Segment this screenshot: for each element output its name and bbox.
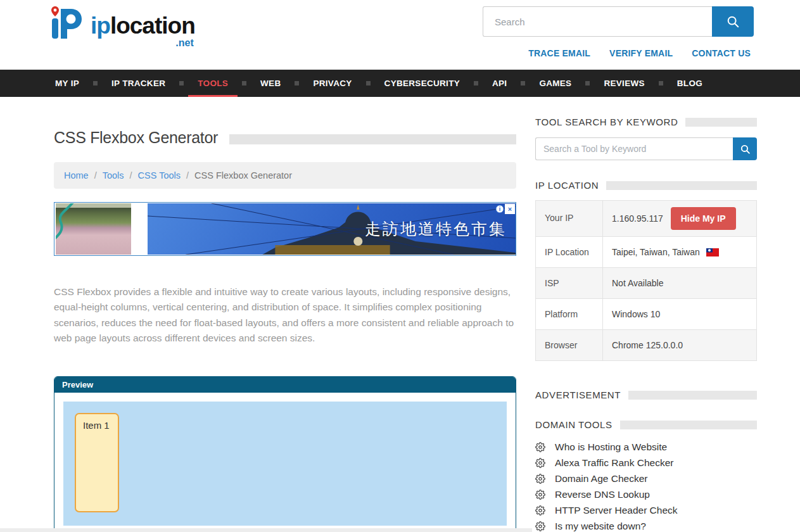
nav-item-privacy[interactable]: PRIVACY xyxy=(303,70,361,97)
logo-mark-icon xyxy=(48,5,87,42)
nav-item-api[interactable]: API xyxy=(483,70,516,97)
ad-landscape-squiggle xyxy=(56,203,131,255)
nav-separator xyxy=(242,81,246,86)
nav-item-tools[interactable]: TOOLS xyxy=(188,70,238,97)
breadcrumb-separator: / xyxy=(130,170,132,180)
breadcrumb-current: CSS Flexbox Generator xyxy=(194,170,292,180)
logo-location: location xyxy=(110,13,195,39)
row-value: 1.160.95.117 Hide My IP xyxy=(603,201,756,236)
row-value: Not Available xyxy=(603,268,756,298)
ip-location-heading-row: IP LOCATION xyxy=(535,180,757,191)
header-links: TRACE EMAIL VERIFY EMAIL CONTACT US xyxy=(528,48,751,58)
sidebar: TOOL SEARCH BY KEYWORD IP LOCATION Your … xyxy=(535,97,757,532)
breadcrumb: Home / Tools / CSS Tools / CSS Flexbox G… xyxy=(54,162,516,189)
nav-item-reviews[interactable]: REVIEWS xyxy=(594,70,654,97)
page: iplocation.net TRACE EMAIL VERIFY EMAIL … xyxy=(0,0,800,532)
list-item: Domain Age Checker xyxy=(535,473,757,484)
logo-ip: ip xyxy=(91,13,110,39)
domain-tool-link-website-down[interactable]: Is my website down? xyxy=(555,521,646,532)
domain-tool-link-domain-age[interactable]: Domain Age Checker xyxy=(555,473,647,484)
ad-controls: i × xyxy=(495,204,515,214)
nav-item-ip-tracker[interactable]: IP TRACKER xyxy=(102,70,175,97)
nav-separator xyxy=(93,81,98,86)
site-search-input[interactable] xyxy=(483,6,712,37)
domain-tools-heading-row: DOMAIN TOOLS xyxy=(535,419,757,430)
preview-panel-body: Item 1 xyxy=(54,393,516,532)
table-row-isp: ISP Not Available xyxy=(536,268,756,299)
list-item: Alexa Traffic Rank Checker xyxy=(535,457,757,469)
row-value: Windows 10 xyxy=(603,299,756,329)
table-row-platform: Platform Windows 10 xyxy=(536,299,756,330)
heading-decorative-bar xyxy=(620,421,757,429)
nav-separator xyxy=(659,81,663,86)
row-value: Chrome 125.0.0.0 xyxy=(603,330,756,360)
verify-email-link[interactable]: VERIFY EMAIL xyxy=(609,48,673,58)
adchoices-icon[interactable]: i xyxy=(496,205,504,213)
gear-icon xyxy=(535,458,545,468)
breadcrumb-css-tools[interactable]: CSS Tools xyxy=(138,170,181,180)
site-search-button[interactable] xyxy=(712,6,754,37)
ip-location-value: Taipei, Taiwan, Taiwan xyxy=(612,247,700,257)
nav-separator xyxy=(179,81,184,86)
tool-search-input[interactable] xyxy=(535,137,733,160)
trace-email-link[interactable]: TRACE EMAIL xyxy=(528,48,590,58)
domain-tool-link-reverse-dns[interactable]: Reverse DNS Lookup xyxy=(555,489,650,500)
row-label: Your IP xyxy=(536,201,603,236)
tool-description: CSS Flexbox provides a flexible and intu… xyxy=(54,284,516,346)
hide-my-ip-button[interactable]: Hide My IP xyxy=(671,207,736,230)
logo[interactable]: iplocation.net xyxy=(48,5,195,42)
contact-us-link[interactable]: CONTACT US xyxy=(692,48,751,58)
ip-location-table: Your IP 1.160.95.117 Hide My IP IP Locat… xyxy=(535,200,757,361)
ad-headline: 走訪地道特色市集 xyxy=(365,218,507,239)
table-row-your-ip: Your IP 1.160.95.117 Hide My IP xyxy=(536,201,756,237)
row-label: Browser xyxy=(536,330,603,360)
flex-preview-item[interactable]: Item 1 xyxy=(75,413,119,512)
advertisement-heading: ADVERTISEMENT xyxy=(535,390,621,400)
nav-item-web[interactable]: WEB xyxy=(251,70,290,97)
heading-decorative-bar xyxy=(628,391,757,400)
ad-image-building[interactable]: 走訪地道特色市集 i × xyxy=(148,203,516,255)
breadcrumb-separator: / xyxy=(186,170,189,180)
ad-banner[interactable]: 走訪地道特色市集 i × xyxy=(54,202,516,256)
footer-strip xyxy=(0,528,532,532)
gear-icon xyxy=(535,505,545,516)
gear-icon xyxy=(535,442,545,452)
nav-separator xyxy=(521,81,525,86)
site-header: iplocation.net TRACE EMAIL VERIFY EMAIL … xyxy=(0,0,800,70)
nav-separator xyxy=(295,81,299,86)
nav-item-my-ip[interactable]: MY IP xyxy=(46,70,89,97)
gear-icon xyxy=(535,474,545,484)
nav-item-games[interactable]: GAMES xyxy=(530,70,581,97)
domain-tool-link-http-header[interactable]: HTTP Server Header Check xyxy=(555,505,678,516)
tool-search-button[interactable] xyxy=(733,137,757,160)
breadcrumb-tools[interactable]: Tools xyxy=(103,170,124,180)
breadcrumb-home[interactable]: Home xyxy=(64,170,89,180)
tool-search-heading: TOOL SEARCH BY KEYWORD xyxy=(535,117,678,127)
ip-location-heading: IP LOCATION xyxy=(535,180,599,191)
domain-tools-list: Who is Hosting a Website Alexa Traffic R… xyxy=(535,441,757,532)
nav-separator xyxy=(585,81,590,86)
header-search xyxy=(483,6,754,37)
row-label: IP Location xyxy=(536,237,603,267)
ad-close-icon[interactable]: × xyxy=(505,204,515,214)
search-icon xyxy=(740,144,751,155)
domain-tool-link-hosting[interactable]: Who is Hosting a Website xyxy=(555,441,667,453)
logo-tld: .net xyxy=(175,38,193,48)
list-item: Reverse DNS Lookup xyxy=(535,489,757,500)
tool-search xyxy=(535,137,757,160)
advertisement-heading-row: ADVERTISEMENT xyxy=(535,390,757,400)
list-item: HTTP Server Header Check xyxy=(535,505,757,516)
heading-decorative-bar xyxy=(606,181,757,190)
nav-item-blog[interactable]: BLOG xyxy=(668,70,712,97)
list-item: Who is Hosting a Website xyxy=(535,441,757,453)
domain-tool-link-alexa[interactable]: Alexa Traffic Rank Checker xyxy=(555,457,674,469)
main-nav: MY IP IP TRACKER TOOLS WEB PRIVACY CYBER… xyxy=(0,70,800,97)
taiwan-flag-icon xyxy=(706,248,719,256)
ad-image-landscape[interactable] xyxy=(56,203,131,255)
nav-item-cybersecurity[interactable]: CYBERSECURITY xyxy=(375,70,469,97)
logo-text: iplocation.net xyxy=(91,14,195,37)
content: CSS Flexbox Generator Home / Tools / CSS… xyxy=(0,97,800,532)
nav-separator xyxy=(366,81,371,86)
tool-search-heading-row: TOOL SEARCH BY KEYWORD xyxy=(535,117,757,127)
nav-separator xyxy=(474,81,478,86)
